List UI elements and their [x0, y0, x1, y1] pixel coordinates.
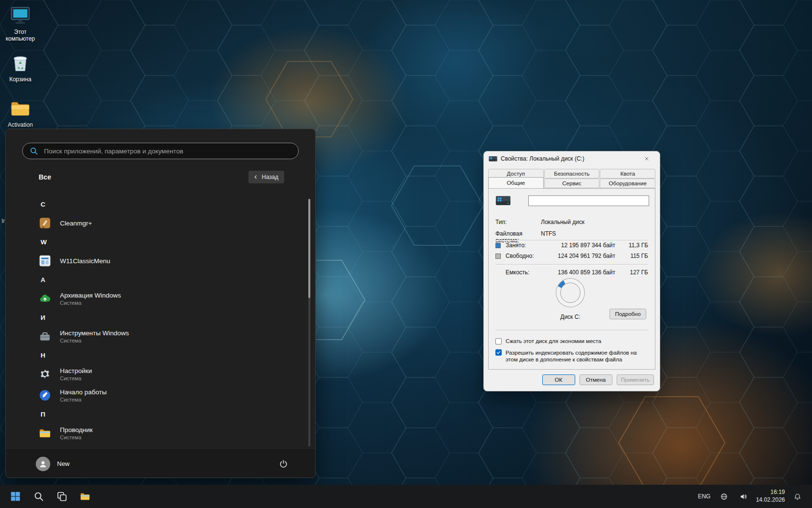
system-tray: ENG 16:19 14.02.2026 [697, 489, 806, 504]
back-button[interactable]: Назад [248, 171, 284, 183]
app-item-windows-tools[interactable]: Инструменты Windows Система [33, 326, 296, 347]
date: 14.02.2026 [756, 496, 785, 504]
user-profile-button[interactable]: New [36, 457, 70, 471]
backup-cloud-icon [39, 292, 51, 305]
details-button[interactable]: Подробно [609, 309, 646, 319]
task-view-icon [57, 491, 67, 502]
tab-quota[interactable]: Квота [600, 169, 655, 179]
app-name: W11ClassicMenu [60, 257, 110, 265]
classic-menu-icon [39, 254, 51, 267]
app-item-get-started[interactable]: Начало работы Система [33, 385, 296, 406]
power-button[interactable] [274, 454, 293, 474]
free-size: 115 ГБ [615, 253, 648, 259]
ok-button[interactable]: ОК [542, 374, 575, 385]
folder-icon [10, 98, 31, 119]
close-button[interactable] [638, 153, 655, 164]
free-legend-swatch [495, 254, 501, 259]
used-size: 11,3 ГБ [615, 242, 648, 249]
used-label: Занято: [506, 242, 545, 249]
apply-button[interactable]: Применить [617, 374, 654, 385]
type-value: Локальный диск [541, 219, 584, 225]
app-item-backup[interactable]: Архивация Windows Система [33, 288, 296, 309]
app-subtitle: Система [60, 338, 129, 344]
search-input[interactable] [43, 147, 291, 155]
network-button[interactable] [717, 489, 731, 504]
file-explorer-button[interactable] [75, 487, 95, 506]
section-letter-c[interactable]: C [33, 196, 296, 212]
scrollbar[interactable] [308, 199, 310, 447]
desktop-icon-label: Корзина [9, 76, 31, 83]
app-name: Архивация Windows [60, 292, 121, 299]
capacity-bytes: 136 400 859 136 байт [545, 269, 615, 276]
desktop-icon-partial-label[interactable]: Ir [1, 218, 5, 224]
windows-logo-icon [10, 491, 21, 502]
section-letter-p[interactable]: П [33, 406, 296, 422]
app-item-explorer[interactable]: Проводник Система [33, 422, 296, 444]
speaker-icon [740, 493, 747, 501]
tab-hardware[interactable]: Оборудование [600, 179, 655, 188]
disk-name: Диск C: [536, 314, 604, 320]
section-letter-n[interactable]: Н [33, 347, 296, 363]
separator [495, 240, 648, 240]
separator [495, 264, 648, 265]
section-letter-a[interactable]: А [33, 271, 296, 288]
clock[interactable]: 16:19 14.02.2026 [756, 489, 785, 504]
app-name: Инструменты Windows [60, 329, 129, 337]
dialog-titlebar[interactable]: Свойства: Локальный диск (C:) [484, 151, 660, 166]
chevron-left-icon [253, 174, 259, 180]
section-letter-i[interactable]: И [33, 309, 296, 326]
app-item-cleanmgr[interactable]: Cleanmgr+ [33, 212, 296, 234]
compress-checkbox[interactable] [495, 338, 502, 344]
properties-dialog: Свойства: Локальный диск (C:) Доступ Без… [483, 151, 660, 391]
tab-security[interactable]: Безопасность [544, 169, 600, 179]
capacity-size: 127 ГБ [615, 269, 648, 276]
index-checkbox-row: Разрешить индексировать содержимое файло… [495, 349, 648, 363]
compress-checkbox-label[interactable]: Сжать этот диск для экономии места [506, 338, 601, 344]
start-menu-app-list: C Cleanmgr+ W W11ClassicMenu А Архивация… [6, 196, 315, 449]
taskbar-left [6, 487, 95, 506]
start-button[interactable] [6, 487, 25, 506]
app-item-settings[interactable]: Настройки Система [33, 363, 296, 385]
bell-icon [794, 493, 801, 501]
app-name: Начало работы [60, 388, 107, 396]
index-checkbox[interactable] [495, 349, 502, 356]
scrollbar-thumb[interactable] [308, 199, 310, 298]
avatar [36, 457, 50, 471]
dialog-title: Свойства: Локальный диск (C:) [501, 155, 584, 162]
free-label: Свободно: [506, 253, 545, 259]
volume-button[interactable] [737, 489, 750, 504]
notifications-button[interactable] [791, 489, 804, 504]
section-letter-w[interactable]: W [33, 234, 296, 250]
app-name: Проводник [60, 426, 93, 433]
back-button-label: Назад [262, 174, 278, 180]
app-subtitle: Система [60, 434, 93, 440]
cancel-button[interactable]: Отмена [580, 374, 612, 385]
taskbar-search-button[interactable] [29, 487, 48, 506]
all-apps-header: Все [39, 173, 51, 181]
app-subtitle: Система [60, 375, 92, 381]
get-started-icon [39, 389, 51, 402]
gear-icon [39, 368, 51, 380]
desktop-icon-activation[interactable]: Activation [0, 98, 41, 128]
app-name: Cleanmgr+ [60, 220, 92, 227]
globe-icon [720, 493, 728, 501]
index-checkbox-label[interactable]: Разрешить индексировать содержимое файло… [506, 349, 648, 363]
task-view-button[interactable] [52, 487, 72, 506]
language-indicator[interactable]: ENG [697, 493, 711, 500]
tab-general[interactable]: Общие [488, 177, 544, 188]
app-item-w11classicmenu[interactable]: W11ClassicMenu [33, 250, 296, 271]
computer-icon [10, 5, 31, 26]
disk-usage-donut [556, 279, 584, 307]
start-search-box[interactable] [22, 143, 299, 159]
desktop-icon-this-pc[interactable]: Этот компьютер [0, 5, 41, 43]
search-icon [33, 491, 44, 502]
tab-tools[interactable]: Сервис [544, 179, 600, 188]
power-icon [279, 459, 288, 468]
separator [495, 330, 648, 330]
cleanmgr-icon [39, 217, 51, 229]
desktop-icon-recycle-bin[interactable]: Корзина [0, 52, 41, 83]
used-space-row: Занято: 12 195 897 344 байт 11,3 ГБ [495, 242, 648, 249]
app-subtitle: Система [60, 397, 107, 403]
drive-icon [489, 156, 497, 162]
volume-label-input[interactable] [528, 195, 649, 206]
